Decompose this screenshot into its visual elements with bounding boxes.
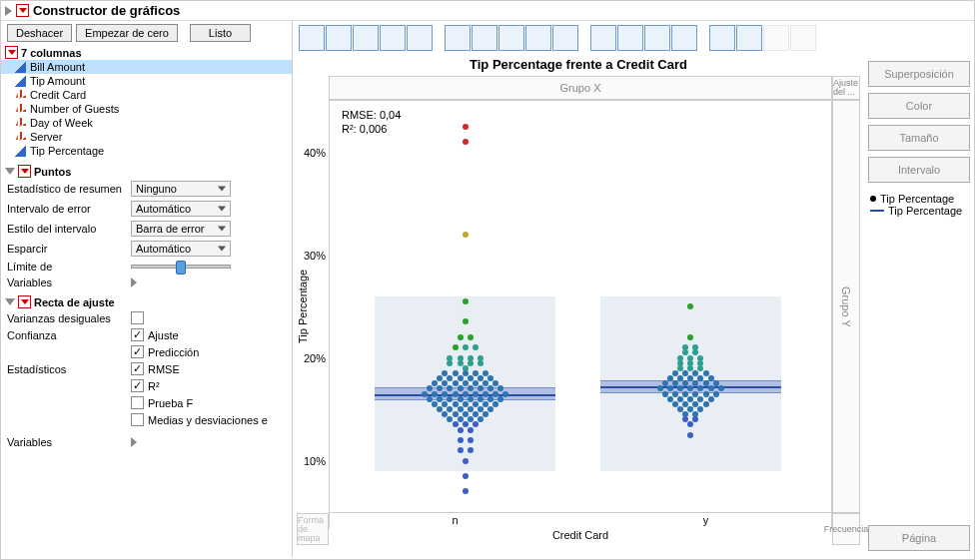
data-point[interactable] bbox=[458, 437, 464, 443]
column-item[interactable]: Bill Amount bbox=[1, 60, 292, 74]
bar-icon[interactable] bbox=[472, 25, 497, 51]
ellipse-icon[interactable] bbox=[380, 25, 406, 51]
data-point[interactable] bbox=[478, 360, 484, 366]
data-point[interactable] bbox=[497, 396, 503, 402]
columns-menu-button[interactable] bbox=[5, 46, 18, 59]
dropzone-fit[interactable]: Ajuste del ... bbox=[832, 76, 860, 100]
column-item[interactable]: Credit Card bbox=[1, 88, 292, 102]
scatter-icon[interactable] bbox=[299, 25, 325, 51]
fit-menu-button[interactable] bbox=[18, 295, 31, 308]
data-point[interactable] bbox=[718, 385, 724, 391]
parallel-icon[interactable] bbox=[790, 25, 816, 51]
data-point[interactable] bbox=[478, 416, 484, 422]
column-item[interactable]: Day of Week bbox=[1, 116, 292, 130]
color-dropzone[interactable]: Color bbox=[868, 93, 970, 119]
start-over-button[interactable]: Empezar de cero bbox=[76, 24, 178, 42]
slider-thumb[interactable] bbox=[176, 261, 186, 275]
fit-checkbox[interactable] bbox=[131, 328, 144, 341]
treemap-icon[interactable] bbox=[644, 25, 670, 51]
interval-dropzone[interactable]: Intervalo bbox=[868, 157, 970, 183]
menu-button[interactable] bbox=[16, 4, 29, 17]
dropzone-group-x[interactable]: Grupo X bbox=[329, 76, 832, 100]
data-point[interactable] bbox=[492, 401, 498, 407]
r2-checkbox[interactable] bbox=[131, 379, 144, 392]
pie-icon[interactable] bbox=[617, 25, 643, 51]
data-point[interactable] bbox=[697, 406, 703, 412]
data-point[interactable] bbox=[463, 488, 469, 494]
data-point[interactable] bbox=[703, 401, 709, 407]
fitline-icon[interactable] bbox=[353, 25, 379, 51]
area-icon[interactable] bbox=[498, 25, 524, 51]
data-point[interactable] bbox=[692, 416, 698, 422]
heatmap-icon[interactable] bbox=[590, 25, 616, 51]
data-point[interactable] bbox=[687, 432, 693, 438]
error-interval-select[interactable]: Automático bbox=[131, 201, 231, 217]
jitter-select[interactable]: Automático bbox=[131, 241, 231, 257]
dropzone-frequency[interactable]: Frecuencia bbox=[832, 513, 860, 545]
line-icon[interactable] bbox=[445, 25, 471, 51]
data-point[interactable] bbox=[473, 344, 479, 350]
data-point[interactable] bbox=[468, 360, 474, 366]
overlay-dropzone[interactable]: Superposición bbox=[868, 61, 970, 87]
histogram-icon[interactable] bbox=[552, 25, 578, 51]
data-point[interactable] bbox=[463, 232, 469, 238]
summary-stat-select[interactable]: Ninguno bbox=[131, 181, 231, 197]
map-shapes-icon[interactable] bbox=[763, 25, 789, 51]
contour-icon[interactable] bbox=[407, 25, 433, 51]
data-point[interactable] bbox=[488, 406, 493, 412]
disclosure-icon[interactable] bbox=[5, 298, 15, 305]
data-point[interactable] bbox=[687, 303, 693, 309]
caption-icon[interactable] bbox=[709, 25, 735, 51]
undo-button[interactable]: Deshacer bbox=[7, 24, 72, 42]
data-point[interactable] bbox=[468, 437, 474, 443]
column-item[interactable]: Tip Percentage bbox=[1, 144, 292, 158]
data-point[interactable] bbox=[708, 396, 714, 402]
limit-slider[interactable] bbox=[131, 265, 231, 269]
data-point[interactable] bbox=[687, 421, 693, 427]
chart-plot-area[interactable]: 10%20%30%40%RMSE: 0,04R²: 0,006 bbox=[329, 100, 832, 513]
expand-icon[interactable] bbox=[131, 278, 137, 287]
data-point[interactable] bbox=[463, 458, 469, 464]
disclosure-icon[interactable] bbox=[5, 6, 12, 16]
data-point[interactable] bbox=[502, 391, 508, 397]
data-point[interactable] bbox=[463, 139, 469, 145]
boxplot-icon[interactable] bbox=[525, 25, 551, 51]
column-item[interactable]: Number of Guests bbox=[1, 102, 292, 116]
data-point[interactable] bbox=[473, 421, 479, 427]
ftest-checkbox[interactable] bbox=[131, 396, 144, 409]
dropzone-group-y[interactable]: Grupo Y bbox=[832, 100, 860, 513]
data-point[interactable] bbox=[453, 344, 459, 350]
data-point[interactable] bbox=[687, 334, 693, 340]
means-checkbox[interactable] bbox=[131, 413, 144, 426]
data-point[interactable] bbox=[447, 360, 453, 366]
column-item[interactable]: Tip Amount bbox=[1, 74, 292, 88]
points-menu-button[interactable] bbox=[18, 165, 31, 178]
mosaic-icon[interactable] bbox=[671, 25, 697, 51]
data-point[interactable] bbox=[458, 447, 464, 453]
data-point[interactable] bbox=[483, 411, 488, 417]
formula-icon[interactable] bbox=[736, 25, 762, 51]
size-dropzone[interactable]: Tamaño bbox=[868, 125, 970, 151]
interval-style-select[interactable]: Barra de error bbox=[131, 221, 231, 237]
prediction-checkbox[interactable] bbox=[131, 345, 144, 358]
rmse-checkbox[interactable] bbox=[131, 362, 144, 375]
unequal-var-checkbox[interactable] bbox=[131, 311, 144, 324]
data-point[interactable] bbox=[458, 334, 464, 340]
data-point[interactable] bbox=[713, 391, 719, 397]
page-dropzone[interactable]: Página bbox=[868, 525, 970, 551]
data-point[interactable] bbox=[463, 344, 469, 350]
data-point[interactable] bbox=[463, 298, 469, 304]
data-point[interactable] bbox=[463, 318, 469, 324]
data-point[interactable] bbox=[463, 124, 469, 130]
data-point[interactable] bbox=[463, 473, 469, 479]
disclosure-icon[interactable] bbox=[5, 168, 15, 175]
column-item[interactable]: Server bbox=[1, 130, 292, 144]
smoother-icon[interactable] bbox=[326, 25, 352, 51]
data-point[interactable] bbox=[458, 427, 464, 433]
expand-icon[interactable] bbox=[131, 437, 137, 447]
data-point[interactable] bbox=[468, 334, 474, 340]
dropzone-map-shape[interactable]: Forma de mapa bbox=[297, 513, 329, 545]
data-point[interactable] bbox=[468, 447, 474, 453]
data-point[interactable] bbox=[468, 427, 474, 433]
done-button[interactable]: Listo bbox=[190, 24, 251, 42]
